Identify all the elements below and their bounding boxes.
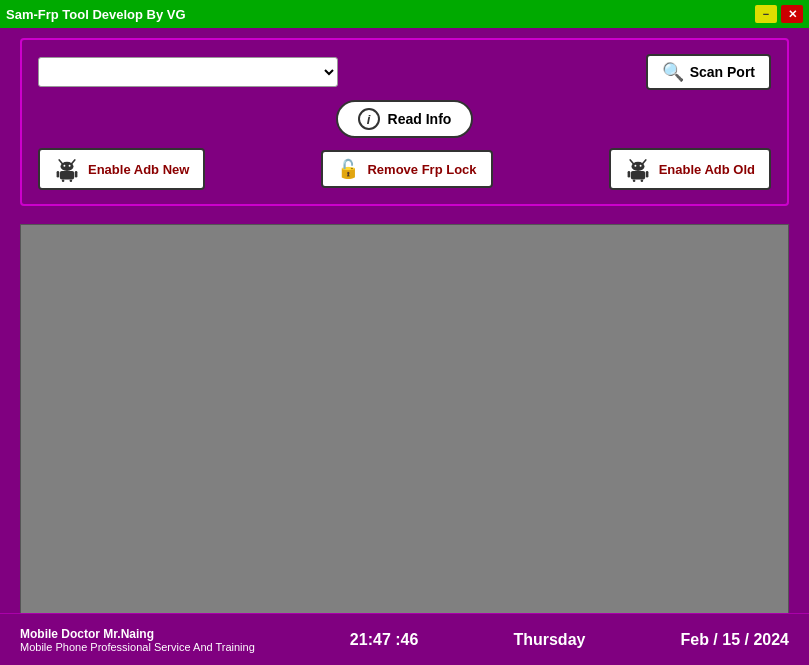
minimize-button[interactable]: − [755,5,777,23]
svg-point-12 [631,162,644,171]
svg-line-0 [59,160,62,164]
controls-row3: Enable Adb New 🔓 Remove Frp Lock [38,148,771,190]
scan-port-button[interactable]: 🔍 Scan Port [646,54,771,90]
close-button[interactable]: ✕ [781,5,803,23]
status-info: Mobile Doctor Mr.Naing Mobile Phone Prof… [20,627,255,653]
svg-rect-8 [62,179,65,182]
svg-rect-6 [57,171,60,178]
lock-icon: 🔓 [337,158,359,180]
info-icon: i [358,108,380,130]
svg-rect-9 [70,179,73,182]
remove-frp-label: Remove Frp Lock [367,162,476,177]
enable-adb-new-button[interactable]: Enable Adb New [38,148,205,190]
app-title: Sam-Frp Tool Develop By VG [6,7,186,22]
current-day: Thursday [513,631,585,649]
main-container: 🔍 Scan Port i Read Info [0,28,809,224]
svg-rect-17 [645,171,648,178]
output-area [20,224,789,632]
scan-port-label: Scan Port [690,64,755,80]
svg-rect-7 [75,171,78,178]
controls-row2: i Read Info [38,100,771,138]
current-time: 21:47 :46 [350,631,419,649]
android-old-icon [625,156,651,182]
read-info-button[interactable]: i Read Info [336,100,474,138]
developer-tagline: Mobile Phone Professional Service And Tr… [20,641,255,653]
window-controls: − ✕ [755,5,803,23]
controls-row1: 🔍 Scan Port [38,54,771,90]
svg-rect-18 [632,179,635,182]
svg-line-1 [72,160,75,164]
svg-rect-5 [60,171,74,179]
svg-point-14 [639,165,641,167]
remove-frp-button[interactable]: 🔓 Remove Frp Lock [321,150,492,188]
svg-line-10 [630,160,633,164]
title-bar: Sam-Frp Tool Develop By VG − ✕ [0,0,809,28]
current-date: Feb / 15 / 2024 [680,631,789,649]
read-info-label: Read Info [388,111,452,127]
svg-point-4 [69,165,71,167]
svg-point-3 [63,165,65,167]
developer-name: Mobile Doctor Mr.Naing [20,627,154,641]
svg-point-2 [61,162,74,171]
svg-rect-19 [640,179,643,182]
controls-panel: 🔍 Scan Port i Read Info [20,38,789,206]
status-bar: Mobile Doctor Mr.Naing Mobile Phone Prof… [0,613,809,665]
enable-adb-old-label: Enable Adb Old [659,162,755,177]
svg-rect-15 [631,171,645,179]
svg-line-11 [642,160,645,164]
svg-rect-16 [627,171,630,178]
enable-adb-old-button[interactable]: Enable Adb Old [609,148,771,190]
port-select[interactable] [38,57,338,87]
enable-adb-new-label: Enable Adb New [88,162,189,177]
search-icon: 🔍 [662,61,684,83]
android-new-icon [54,156,80,182]
svg-point-13 [634,165,636,167]
